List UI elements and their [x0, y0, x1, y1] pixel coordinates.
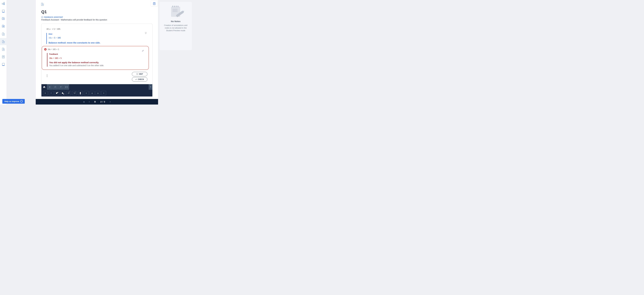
question-card: 10 x + 5 = 105 Hint 10x + 5 = 105 Balanc…: [41, 24, 152, 97]
notes-subtitle: Creation of annotations and notes is not…: [162, 24, 189, 32]
wrong-icon: [44, 48, 46, 50]
main-panel: Q1 i FEEDBACK ASSISTANT Feedback Assista…: [36, 0, 158, 104]
page-badge-icon: [41, 3, 44, 6]
op-divide[interactable]: ÷: [49, 91, 54, 95]
feedback-assistant-tag: i FEEDBACK ASSISTANT: [41, 16, 152, 18]
sidebar-item-book[interactable]: [0, 8, 7, 15]
op-fraction[interactable]: [78, 91, 83, 95]
sidebar-item-page-2[interactable]: [0, 38, 7, 45]
hint-button[interactable]: HINT: [132, 72, 148, 76]
help-us-improve-button[interactable]: Help us improve: [2, 99, 25, 104]
home-icon: [43, 86, 45, 88]
lightbulb-icon: [136, 73, 138, 75]
op-ge[interactable]: ≥: [96, 91, 100, 95]
folder-b-icon: [2, 25, 5, 28]
hint-block: Hint 10x + 5 = 105 Balance method: move …: [46, 33, 148, 44]
nav-pos: 2 / 3: [100, 100, 105, 103]
check-button[interactable]: CHECK: [132, 77, 148, 82]
feedback-headline: You did not apply the balance method cor…: [49, 61, 146, 64]
notes-title: No Notes: [162, 20, 189, 22]
op-subscript[interactable]: [60, 91, 65, 95]
assistant-description: Feedback Assistant - Mathematics will pr…: [41, 18, 152, 21]
book-icon: [2, 10, 4, 12]
tree-icon: [2, 2, 5, 5]
op-multiply[interactable]: ×: [43, 91, 48, 95]
nav-first[interactable]: «: [83, 100, 84, 103]
toolbar-tab-pi[interactable]: π: [47, 84, 52, 90]
toolbar-tab-neq[interactable]: ≠: [58, 84, 64, 90]
assistant-label: FEEDBACK ASSISTANT: [44, 16, 63, 18]
given-equation: 10 x + 5 = 105: [46, 28, 148, 30]
chevron-down-icon: [150, 86, 151, 88]
nav-sep: /: [102, 100, 103, 103]
sidebar-item-section-a[interactable]: [0, 15, 7, 22]
sidebar-item-book-2[interactable]: [0, 61, 7, 68]
op-lt[interactable]: <: [84, 91, 88, 95]
answer-input[interactable]: [46, 74, 130, 79]
feedback-equation: 10x = 105 + 5: [49, 57, 146, 60]
op-nthroot[interactable]: ▫√▫: [72, 91, 77, 95]
notes-illustration: [168, 6, 183, 17]
info-icon: i: [41, 16, 43, 18]
answer-input-row: HINT CHECK: [46, 72, 148, 82]
nav-next[interactable]: ›: [110, 100, 110, 103]
help-label: Help us improve: [4, 100, 19, 102]
sidebar-item-pages[interactable]: [0, 53, 7, 60]
sidebar-item-page-3[interactable]: [0, 46, 7, 53]
sidebar-nav: [0, 0, 7, 104]
svg-rect-0: [153, 2, 155, 5]
folder-a-icon: [2, 18, 5, 20]
toolbar-tab-more[interactable]: [148, 84, 152, 90]
op-superscript[interactable]: [54, 91, 59, 95]
lightbulb-icon: [145, 32, 147, 35]
toolbar-tab-root[interactable]: √▫: [52, 84, 58, 90]
notepad-icon: [153, 2, 156, 5]
feedback-detail: You added 5 on one side and subtracted 5…: [49, 64, 146, 66]
notes-panel: No Notes Creation of annotations and not…: [160, 2, 192, 50]
doc-1-icon: [2, 33, 4, 36]
pages-icon: [2, 56, 4, 58]
sidebar-item-section-b[interactable]: [0, 23, 7, 30]
math-toolbar: π √▫ ≠ {▫} × ÷ √▫ ▫√▫ <: [42, 84, 152, 96]
op-sqrt[interactable]: √▫: [66, 91, 71, 95]
sidebar-item-page-1[interactable]: [0, 30, 7, 38]
sidebar-item-tree[interactable]: [0, 0, 7, 7]
check-icon: [135, 78, 137, 80]
current-page-badge: [41, 3, 152, 6]
collapse-icon[interactable]: [142, 50, 144, 52]
hint-label: Hint: [48, 33, 148, 35]
toolbar-tab-home[interactable]: [42, 84, 47, 90]
feedback-block: Feedback 10x = 105 + 5 You did not apply…: [47, 53, 146, 66]
nav-total: 3: [104, 100, 105, 103]
hint-button-label: HINT: [139, 73, 143, 75]
notes-toggle-button[interactable]: [151, 0, 158, 6]
feedback-label: Feedback: [49, 53, 146, 55]
nav-section: B: [94, 100, 96, 103]
check-button-label: CHECK: [138, 78, 144, 80]
op-gt[interactable]: >: [102, 91, 106, 95]
smile-icon: [20, 100, 23, 102]
doc-2-icon: [2, 40, 4, 43]
feedback-bubble: 10x = 105 + 5 Feedback 10x = 105 + 5 You…: [42, 46, 149, 70]
hint-text: Balance method: move the constants to on…: [48, 42, 148, 44]
nav-current: 2: [100, 100, 102, 103]
nav-prev[interactable]: ‹: [89, 100, 90, 103]
op-le[interactable]: ≤: [90, 91, 94, 95]
hint-equation: 10x + 5 = 105: [48, 36, 148, 39]
doc-3-icon: [2, 48, 4, 51]
toolbar-tab-set[interactable]: {▫}: [64, 84, 69, 90]
book-2-icon: [2, 63, 4, 66]
student-answer-line: 10x = 105 + 5: [48, 48, 146, 51]
question-title: Q1: [41, 10, 152, 14]
bottom-pagination: « ‹ B 2 / 3 ›: [36, 99, 158, 104]
